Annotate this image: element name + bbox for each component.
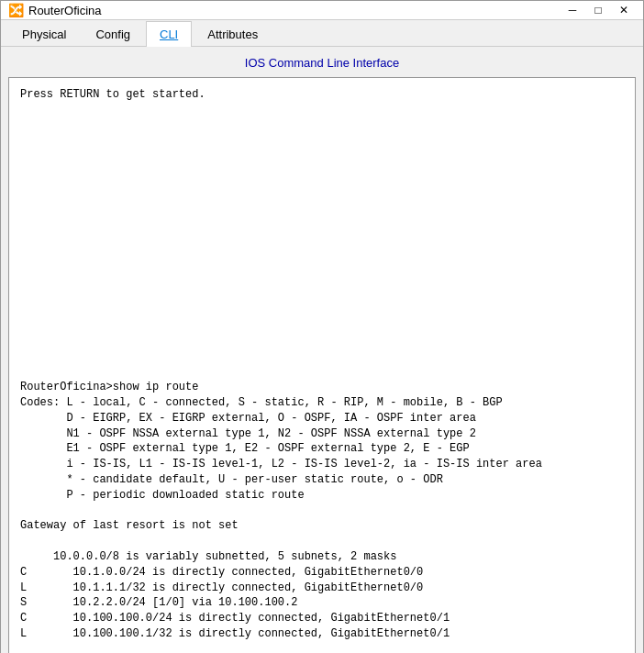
- cli-container: Press RETURN to get started. RouterOfici…: [8, 77, 636, 653]
- main-window: 🔀 RouterOficina ─ □ ✕ PhysicalConfigCLIA…: [0, 0, 644, 653]
- maximize-button[interactable]: □: [586, 1, 610, 19]
- section-title: IOS Command Line Interface: [8, 54, 636, 72]
- window-title: RouterOficina: [28, 4, 101, 17]
- close-button[interactable]: ✕: [612, 1, 636, 19]
- tab-config[interactable]: Config: [82, 21, 144, 47]
- cli-output: Press RETURN to get started. RouterOfici…: [20, 87, 624, 653]
- content-area: IOS Command Line Interface Press RETURN …: [1, 47, 643, 653]
- tab-physical[interactable]: Physical: [8, 21, 80, 47]
- cli-scrollable[interactable]: Press RETURN to get started. RouterOfici…: [9, 78, 635, 653]
- tabs-bar: PhysicalConfigCLIAttributes: [1, 20, 643, 47]
- minimize-button[interactable]: ─: [561, 1, 584, 19]
- tab-attributes[interactable]: Attributes: [194, 21, 272, 47]
- title-bar-controls: ─ □ ✕: [561, 1, 636, 19]
- title-bar: 🔀 RouterOficina ─ □ ✕: [1, 1, 643, 20]
- title-bar-left: 🔀 RouterOficina: [8, 3, 101, 17]
- app-icon: 🔀: [8, 3, 23, 17]
- tab-cli[interactable]: CLI: [146, 21, 192, 47]
